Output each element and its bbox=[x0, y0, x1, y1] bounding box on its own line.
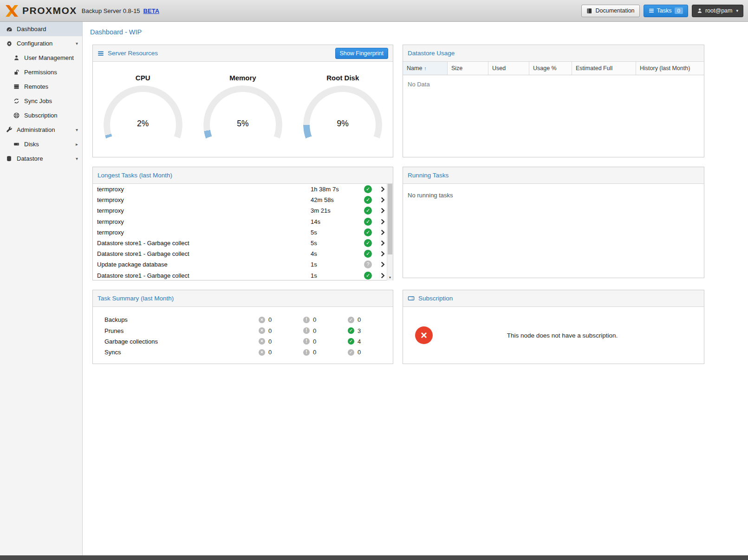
ok-count: 3 bbox=[358, 327, 361, 334]
warning-circle-icon bbox=[303, 317, 310, 323]
chevron-right-icon[interactable] bbox=[379, 207, 386, 214]
warning-circle-icon bbox=[303, 327, 310, 334]
warning-circle-icon bbox=[303, 349, 310, 356]
chevron-right-icon[interactable] bbox=[379, 186, 386, 193]
cpu-gauge: CPU 2% bbox=[93, 62, 193, 157]
summary-row-backups[interactable]: Backups 0 0 0 bbox=[104, 314, 393, 325]
show-fingerprint-button[interactable]: Show Fingerprint bbox=[335, 48, 389, 59]
summary-row-prunes[interactable]: Prunes 0 0 3 bbox=[104, 325, 393, 336]
task-status-icon bbox=[364, 185, 372, 193]
task-name: termproxy bbox=[97, 218, 311, 225]
column-header-estimated-full[interactable]: Estimated Full bbox=[572, 62, 636, 75]
ok-count: 0 bbox=[358, 316, 361, 323]
bottom-bar bbox=[0, 555, 748, 560]
task-name: Datastore store1 - Garbage collect bbox=[97, 240, 311, 247]
error-circle-icon bbox=[259, 317, 265, 323]
task-row[interactable]: termproxy 14s bbox=[93, 216, 393, 227]
column-header-size[interactable]: Size bbox=[448, 62, 488, 75]
task-row[interactable]: termproxy 1h 38m 7s bbox=[93, 184, 393, 195]
page-title: Dashboard - WIP bbox=[83, 22, 748, 44]
documentation-button[interactable]: Documentation bbox=[581, 5, 639, 17]
unlock-icon bbox=[13, 69, 20, 76]
column-header-history[interactable]: History (last Month) bbox=[636, 62, 704, 75]
panel-title: Running Tasks bbox=[408, 172, 449, 179]
sidebar-item-administration[interactable]: Administration ▾ bbox=[0, 123, 82, 137]
longest-tasks-panel: Longest Tasks (last Month) termproxy 1h … bbox=[92, 167, 393, 280]
sidebar-item-configuration[interactable]: Configuration ▾ bbox=[0, 36, 82, 51]
sidebar-item-dashboard[interactable]: Dashboard bbox=[0, 22, 82, 36]
chevron-right-icon[interactable] bbox=[379, 272, 386, 279]
summary-label: Garbage collections bbox=[104, 338, 259, 345]
chevron-right-icon[interactable] bbox=[379, 218, 386, 225]
gauge-arc bbox=[203, 85, 282, 139]
task-name: termproxy bbox=[97, 207, 311, 214]
no-subscription-icon bbox=[415, 326, 433, 344]
ticket-icon bbox=[408, 295, 415, 302]
user-menu-button[interactable]: root@pam ▾ bbox=[692, 5, 743, 17]
task-summary-body: Backups 0 0 0 Prunes 0 0 3 Garbage colle… bbox=[93, 307, 393, 358]
sidebar-item-datastore[interactable]: Datastore ▾ bbox=[0, 151, 82, 166]
task-row[interactable]: Update package database 1s bbox=[93, 259, 393, 270]
task-row[interactable]: termproxy 3m 21s bbox=[93, 205, 393, 216]
task-row[interactable]: Datastore store1 - Garbage collect 4s bbox=[93, 248, 393, 259]
chevron-right-icon[interactable] bbox=[379, 261, 386, 268]
sidebar-item-remotes[interactable]: Remotes bbox=[0, 79, 82, 94]
task-row[interactable]: termproxy 5s bbox=[93, 227, 393, 238]
task-duration: 42m 58s bbox=[311, 196, 364, 203]
longest-tasks-list: termproxy 1h 38m 7s termproxy 42m 58s te… bbox=[93, 184, 393, 280]
sidebar-item-label: User Management bbox=[24, 54, 74, 61]
summary-row-garbage-collections[interactable]: Garbage collections 0 0 4 bbox=[104, 336, 393, 347]
tasks-button[interactable]: Tasks 0 bbox=[644, 5, 688, 17]
task-name: Update package database bbox=[97, 261, 311, 268]
task-status-icon bbox=[364, 250, 372, 258]
beta-link[interactable]: BETA bbox=[143, 7, 159, 14]
datastore-usage-panel: Datastore Usage Name ↑ Size Used Usage %… bbox=[403, 45, 704, 157]
summary-label: Syncs bbox=[104, 349, 259, 356]
chevron-right-icon[interactable] bbox=[379, 240, 386, 247]
sidebar-item-disks[interactable]: Disks ▸ bbox=[0, 137, 82, 151]
chevron-right-icon[interactable] bbox=[379, 229, 386, 236]
tasks-label: Tasks bbox=[657, 7, 672, 14]
sidebar: Dashboard Configuration ▾ User Managemen… bbox=[0, 22, 83, 555]
server-icon bbox=[13, 83, 20, 90]
sidebar-item-label: Remotes bbox=[24, 83, 48, 90]
sidebar-item-sync-jobs[interactable]: Sync Jobs bbox=[0, 94, 82, 108]
hdd-icon bbox=[13, 141, 20, 148]
sidebar-item-subscription[interactable]: Subscription bbox=[0, 108, 82, 123]
column-header-name[interactable]: Name ↑ bbox=[403, 62, 448, 75]
column-label: History (last Month) bbox=[640, 65, 690, 72]
subscription-panel: Subscription This node does not have a s… bbox=[403, 290, 704, 364]
scrollbar-thumb[interactable] bbox=[388, 184, 392, 254]
warning-count: 0 bbox=[313, 327, 316, 334]
scrollbar[interactable]: ▼ bbox=[387, 184, 393, 280]
task-row[interactable]: termproxy 42m 58s bbox=[93, 195, 393, 205]
task-row[interactable]: Datastore store1 - Garbage collect 5s bbox=[93, 238, 393, 248]
gauge-value: 2% bbox=[104, 119, 182, 129]
warning-circle-icon bbox=[303, 338, 310, 345]
summary-row-syncs[interactable]: Syncs 0 0 0 bbox=[104, 347, 393, 358]
ok-circle-icon bbox=[348, 317, 354, 323]
scroll-down-button[interactable]: ▼ bbox=[387, 274, 393, 280]
sidebar-item-label: Permissions bbox=[24, 69, 57, 76]
task-status-icon bbox=[364, 260, 372, 268]
error-count: 0 bbox=[268, 327, 272, 334]
database-icon bbox=[6, 155, 13, 162]
column-header-used[interactable]: Used bbox=[488, 62, 529, 75]
tasks-count-badge: 0 bbox=[675, 7, 683, 14]
warning-count: 0 bbox=[313, 349, 316, 356]
column-label: Usage % bbox=[533, 65, 557, 72]
panel-title: Server Resources bbox=[108, 50, 158, 57]
panel-title: Longest Tasks (last Month) bbox=[98, 172, 172, 179]
sidebar-item-user-management[interactable]: User Management bbox=[0, 51, 82, 65]
task-status-icon bbox=[364, 228, 372, 236]
warning-count: 0 bbox=[313, 316, 316, 323]
user-icon bbox=[13, 54, 20, 61]
ok-count: 4 bbox=[358, 338, 361, 345]
chevron-right-icon[interactable] bbox=[379, 196, 386, 203]
column-header-usage[interactable]: Usage % bbox=[529, 62, 572, 75]
error-circle-icon bbox=[259, 338, 265, 345]
summary-label: Prunes bbox=[104, 327, 259, 334]
chevron-right-icon[interactable] bbox=[379, 250, 386, 257]
sidebar-item-permissions[interactable]: Permissions bbox=[0, 65, 82, 79]
task-row[interactable]: Datastore store1 - Garbage collect 1s bbox=[93, 270, 393, 281]
